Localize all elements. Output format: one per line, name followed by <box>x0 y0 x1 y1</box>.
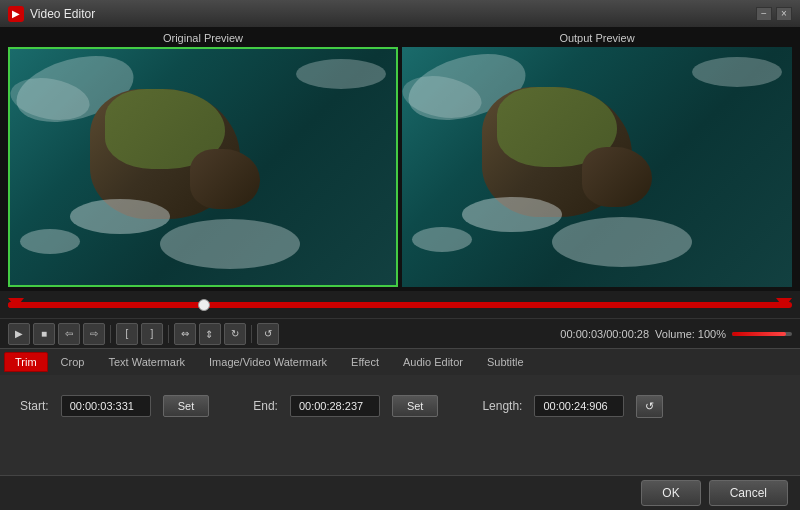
trim-row: Start: Set End: Set Length: ↺ <box>20 395 780 418</box>
wave-foam-r4 <box>552 217 692 267</box>
tabs-row: Trim Crop Text Watermark Image/Video Wat… <box>0 348 800 375</box>
window-title: Video Editor <box>30 7 756 21</box>
rotate-button[interactable]: ↻ <box>224 323 246 345</box>
length-label: Length: <box>482 399 522 413</box>
cancel-button[interactable]: Cancel <box>709 480 788 506</box>
output-video-content <box>402 47 792 287</box>
wave-foam-r3 <box>462 197 562 232</box>
current-time: 00:00:03/00:00:28 <box>560 328 649 340</box>
wave-foam-r6 <box>412 227 472 252</box>
trim-panel: Start: Set End: Set Length: ↺ <box>0 375 800 475</box>
set-end-button[interactable]: Set <box>392 395 439 417</box>
stop-button[interactable]: ■ <box>33 323 55 345</box>
tab-effect[interactable]: Effect <box>340 352 390 372</box>
app-icon: ▶ <box>8 6 24 22</box>
timeline-area[interactable] <box>0 291 800 319</box>
sep-2 <box>168 325 169 343</box>
tab-subtitle[interactable]: Subtitle <box>476 352 535 372</box>
mark-in-button[interactable]: [ <box>116 323 138 345</box>
reset-button[interactable]: ↺ <box>636 395 663 418</box>
wave-foam-6 <box>20 229 80 254</box>
time-display: 00:00:03/00:00:28 Volume: 100% <box>560 328 792 340</box>
minimize-button[interactable]: − <box>756 7 772 21</box>
flip-v-button[interactable]: ⇔ <box>199 323 221 345</box>
volume-slider[interactable] <box>732 332 792 336</box>
volume-fill <box>732 332 786 336</box>
rewind-button[interactable]: ⇦ <box>58 323 80 345</box>
rock-small-right <box>582 147 652 207</box>
flip-h-button[interactable]: ⇔ <box>174 323 196 345</box>
tab-audio-editor[interactable]: Audio Editor <box>392 352 474 372</box>
wave-foam-r5 <box>692 57 782 87</box>
sep-1 <box>110 325 111 343</box>
volume-label: Volume: 100% <box>655 328 726 340</box>
output-preview-video <box>402 47 792 287</box>
timeline-thumb[interactable] <box>198 299 210 311</box>
output-preview-panel: Output Preview <box>402 32 792 287</box>
wave-foam-3 <box>70 199 170 234</box>
end-input[interactable] <box>290 395 380 417</box>
footer: OK Cancel <box>0 475 800 510</box>
preview-area: Original Preview <box>0 28 800 291</box>
close-button[interactable]: × <box>776 7 792 21</box>
play-button[interactable]: ▶ <box>8 323 30 345</box>
original-video-content <box>8 47 398 287</box>
original-preview-panel: Original Preview <box>8 32 398 287</box>
start-input[interactable] <box>61 395 151 417</box>
tab-crop[interactable]: Crop <box>50 352 96 372</box>
title-bar: ▶ Video Editor − × <box>0 0 800 28</box>
mark-out-button[interactable]: ] <box>141 323 163 345</box>
tab-trim[interactable]: Trim <box>4 352 48 372</box>
main-content: Original Preview <box>0 28 800 510</box>
set-start-button[interactable]: Set <box>163 395 210 417</box>
original-preview-video <box>8 47 398 287</box>
rock-small <box>190 149 260 209</box>
window-controls: − × <box>756 7 792 21</box>
end-label: End: <box>253 399 278 413</box>
tab-text-watermark[interactable]: Text Watermark <box>97 352 196 372</box>
timeline-progress <box>8 302 204 308</box>
output-preview-label: Output Preview <box>402 32 792 44</box>
sep-3 <box>251 325 252 343</box>
length-input[interactable] <box>534 395 624 417</box>
controls-bar: ▶ ■ ⇦ ⇨ [ ] ⇔ ⇔ ↻ ↺ 00:00:03/00:00:28 Vo… <box>0 318 800 347</box>
timeline-track[interactable] <box>8 302 792 308</box>
forward-button[interactable]: ⇨ <box>83 323 105 345</box>
tab-image-watermark[interactable]: Image/Video Watermark <box>198 352 338 372</box>
start-label: Start: <box>20 399 49 413</box>
undo-button[interactable]: ↺ <box>257 323 279 345</box>
wave-foam-5 <box>296 59 386 89</box>
ok-button[interactable]: OK <box>641 480 700 506</box>
original-preview-label: Original Preview <box>8 32 398 44</box>
wave-foam-4 <box>160 219 300 269</box>
timeline-end-marker <box>776 298 792 308</box>
